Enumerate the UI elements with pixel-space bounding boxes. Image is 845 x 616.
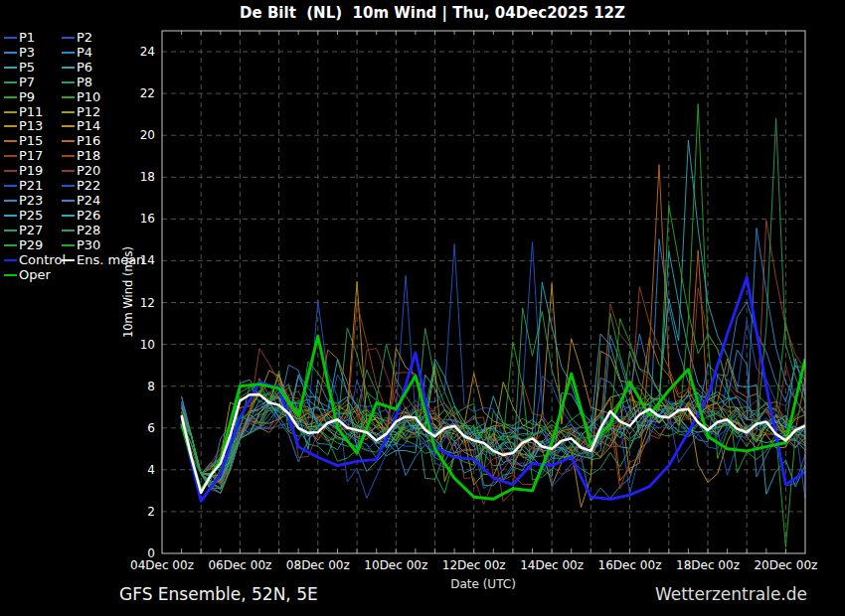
member-line-P4 <box>182 239 805 501</box>
member-line-P22 <box>182 242 805 500</box>
y-tick-label: 22 <box>140 86 155 100</box>
plot-frame <box>162 31 805 553</box>
y-tick-label: 14 <box>140 253 155 267</box>
y-tick-labels: 024681012141618202224 <box>140 45 155 560</box>
y-tick-label: 2 <box>147 505 155 519</box>
y-tick-label: 18 <box>140 170 155 184</box>
branding-label: Wetterzentrale.de <box>655 584 807 604</box>
y-tick-label: 4 <box>147 463 155 477</box>
wetterzentrale-ensemble-page: { "title": "De Bilt (NL) 10m Wind | Thu,… <box>0 0 845 616</box>
x-tick-label: 10Dec 00z <box>364 558 427 572</box>
x-tick-label: 06Dec 00z <box>208 558 271 572</box>
ensemble-chart: 04Dec 00z06Dec 00z08Dec 00z10Dec 00z12De… <box>0 0 845 616</box>
x-tick-label: 16Dec 00z <box>598 558 662 572</box>
y-tick-label: 0 <box>147 546 155 560</box>
member-line-P16 <box>182 250 805 494</box>
y-tick-label: 24 <box>140 45 155 59</box>
data-lines <box>182 104 805 547</box>
member-line-P30 <box>182 206 805 547</box>
x-tick-label: 12Dec 00z <box>442 558 506 572</box>
y-tick-label: 12 <box>140 296 155 310</box>
x-tick-labels: 04Dec 00z06Dec 00z08Dec 00z10Dec 00z12De… <box>130 558 817 572</box>
y-axis-label: 10m Wind (m/s) <box>121 246 135 338</box>
x-tick-label: 04Dec 00z <box>130 558 194 572</box>
y-tick-label: 6 <box>147 421 155 435</box>
x-tick-label: 20Dec 00z <box>754 558 817 572</box>
gridlines <box>162 31 805 553</box>
y-tick-label: 20 <box>140 128 155 142</box>
x-tick-label: 08Dec 00z <box>286 558 350 572</box>
y-tick-label: 10 <box>140 338 155 352</box>
y-tick-label: 8 <box>147 380 155 393</box>
member-line-P18 <box>182 287 805 502</box>
x-axis-label: Date (UTC) <box>450 577 516 591</box>
y-tick-label: 16 <box>140 212 155 226</box>
x-tick-label: 18Dec 00z <box>676 558 740 572</box>
x-tick-label: 14Dec 00z <box>520 558 584 572</box>
model-info-label: GFS Ensemble, 52N, 5E <box>119 584 318 604</box>
ensemble-member-lines <box>182 104 805 547</box>
